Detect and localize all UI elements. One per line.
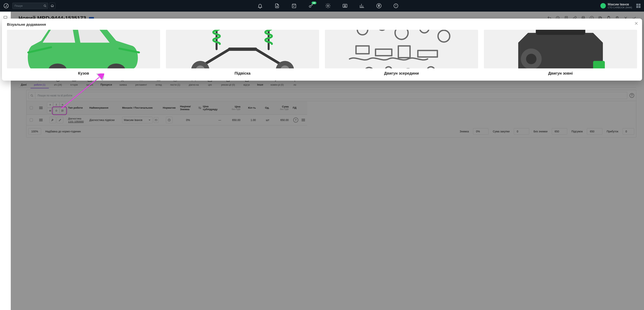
topbar: 10 Максим Іванов СТО CARBOOK (9444)	[0, 0, 644, 12]
contact-button[interactable]	[342, 3, 348, 9]
new-doc-button[interactable]	[274, 3, 280, 9]
clock-alert-icon	[393, 3, 398, 9]
company-name: СТО CARBOOK (9444)	[608, 6, 632, 9]
global-search-input[interactable]	[12, 3, 48, 9]
svg-point-6	[344, 5, 346, 6]
user-name: Максим Іванов	[608, 3, 632, 6]
svg-point-1	[44, 5, 46, 7]
money-button[interactable]	[376, 3, 382, 9]
user-area[interactable]: Максим Іванов СТО CARBOOK (9444)	[600, 3, 640, 9]
avatar	[600, 3, 606, 9]
top-icons: 10	[55, 3, 600, 9]
bar-chart-icon	[359, 3, 365, 9]
key-badge: 10	[312, 2, 316, 4]
bank-icon	[50, 4, 54, 8]
gear-icon	[325, 3, 331, 9]
checklist-icon	[291, 3, 297, 9]
file-plus-icon	[274, 3, 280, 9]
search-icon	[44, 4, 46, 7]
apps-grid-button[interactable]	[636, 4, 640, 8]
svg-point-4	[327, 5, 328, 7]
bell-icon	[257, 3, 263, 9]
logo-speedometer-icon	[4, 3, 9, 9]
notifications-button[interactable]	[257, 3, 263, 9]
stats-button[interactable]	[359, 3, 365, 9]
global-search	[12, 3, 48, 9]
key-button[interactable]: 10	[308, 3, 314, 9]
dollar-circle-icon	[376, 3, 382, 9]
bank-button[interactable]	[49, 3, 55, 9]
alert-clock-button[interactable]	[393, 3, 398, 9]
checklist-button[interactable]	[291, 3, 297, 9]
contact-card-icon	[342, 3, 348, 9]
settings-button[interactable]	[325, 3, 331, 9]
svg-rect-5	[343, 4, 347, 7]
